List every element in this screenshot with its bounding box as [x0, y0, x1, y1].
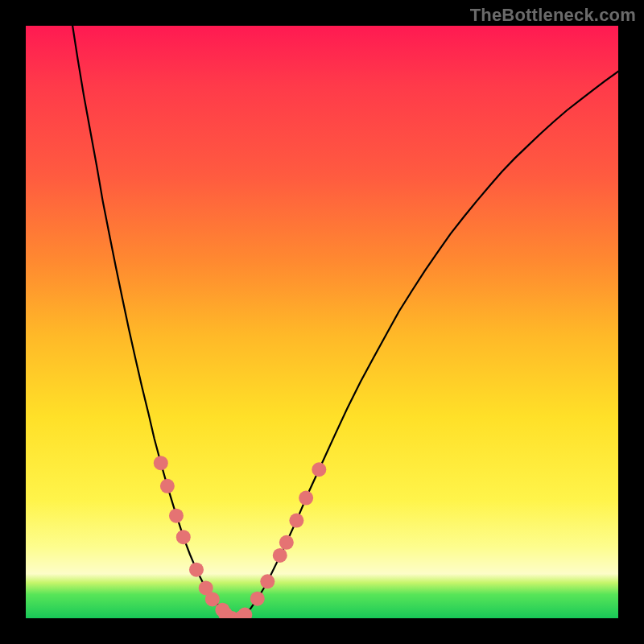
data-marker [160, 479, 175, 493]
data-marker [250, 592, 265, 606]
data-marker [260, 574, 275, 588]
data-marker [154, 456, 168, 470]
data-marker [312, 462, 326, 477]
bottleneck-curve [72, 26, 618, 618]
plot-area [26, 26, 618, 618]
data-marker [169, 509, 184, 523]
chart-svg [26, 26, 618, 618]
watermark-text: TheBottleneck.com [470, 5, 636, 26]
chart-frame: TheBottleneck.com [0, 0, 644, 644]
data-marker [176, 530, 191, 544]
left-branch-markers [154, 456, 249, 618]
data-marker [273, 548, 287, 563]
right-branch-markers [237, 462, 326, 618]
data-marker [299, 491, 313, 506]
data-marker [279, 535, 294, 550]
data-marker [189, 563, 204, 577]
data-marker [289, 514, 303, 528]
data-marker [205, 592, 220, 606]
